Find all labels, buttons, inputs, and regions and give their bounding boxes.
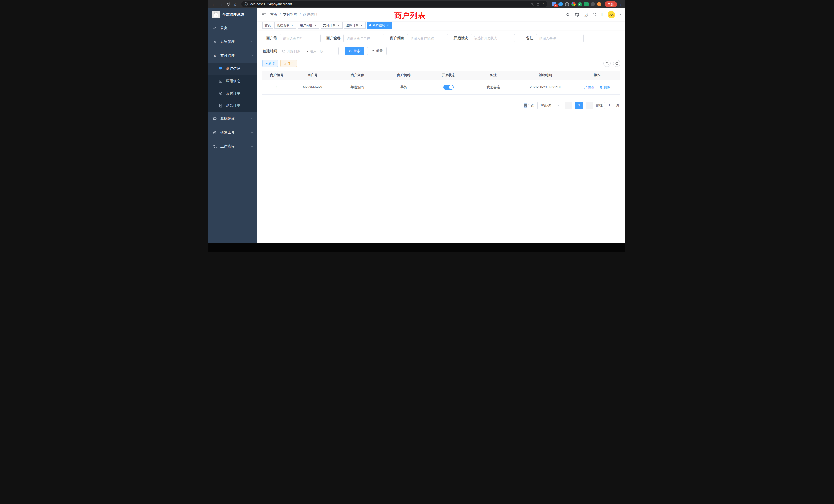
page-number-button[interactable]: 1 xyxy=(575,102,583,109)
extension-icon[interactable] xyxy=(565,2,569,6)
annotation-merchant-list: 商户列表 xyxy=(394,10,426,21)
browser-menu-icon[interactable]: ⋮ xyxy=(618,2,623,6)
remark-input[interactable] xyxy=(536,34,584,42)
merchant-short-name-input[interactable] xyxy=(407,34,448,42)
browser-window: ← → ⌂ i localhost:1024/pay/merchant ☆ 10… xyxy=(208,0,626,252)
table-row: 1 M233666999 芋道源码 芋艿 我是备注 2021-10-23 08:… xyxy=(262,80,620,94)
extension-icon[interactable] xyxy=(571,2,576,6)
extension-icon[interactable] xyxy=(584,2,589,6)
prev-page-button[interactable] xyxy=(565,102,572,109)
next-page-button[interactable] xyxy=(586,102,593,109)
goto-page-input[interactable] xyxy=(604,102,614,109)
start-date-input[interactable] xyxy=(287,49,306,53)
forward-icon[interactable]: → xyxy=(218,1,224,7)
sidebar-item-system[interactable]: 系统管理 xyxy=(208,35,257,49)
sidebar-item-merchant-info[interactable]: 商户信息 xyxy=(208,63,257,75)
payment-submenu: 商户信息 应用信息 支付订单 xyxy=(208,63,257,112)
toggle-knob xyxy=(449,85,453,89)
create-time-range-picker[interactable]: - xyxy=(280,47,339,55)
sidebar-item-home[interactable]: 首页 xyxy=(208,21,257,35)
total-prefix: 共 xyxy=(524,103,527,108)
delete-link-label: 删除 xyxy=(603,85,610,90)
delete-link[interactable]: 删除 xyxy=(599,85,610,90)
user-avatar[interactable] xyxy=(608,11,615,19)
breadcrumb-payment[interactable]: 支付管理 xyxy=(283,12,297,17)
extension-icon[interactable]: 10 xyxy=(552,2,556,6)
reload-icon[interactable] xyxy=(225,1,232,7)
extension-icon[interactable] xyxy=(558,2,563,6)
sidebar-item-label: 商户信息 xyxy=(226,66,254,71)
pagination-total: 共 1 条 xyxy=(524,103,534,108)
extension-icon[interactable]: ✓ xyxy=(578,2,582,6)
sidebar-item-payment[interactable]: ¥ 支付管理 xyxy=(208,49,257,63)
sidebar-item-infrastructure[interactable]: 基础设施 xyxy=(208,112,257,126)
merchant-name-input[interactable] xyxy=(343,34,385,42)
back-icon[interactable]: ← xyxy=(211,1,217,7)
browser-update-button[interactable]: 更新 xyxy=(605,1,617,7)
profile-avatar-icon[interactable] xyxy=(597,2,601,6)
top-navbar: 首页 / 支付管理 / 商户信息 ? xyxy=(257,8,626,21)
export-button[interactable]: 导出 xyxy=(280,60,297,67)
add-button[interactable]: + 新增 xyxy=(262,60,278,67)
tab-user-group[interactable]: 用户分组× xyxy=(298,22,320,29)
site-info-icon[interactable]: i xyxy=(244,2,247,6)
sidebar-toggle-icon[interactable] xyxy=(261,12,266,17)
breadcrumb-home[interactable]: 首页 xyxy=(270,12,277,17)
password-key-icon[interactable] xyxy=(530,2,534,6)
page-size-label: 10条/页 xyxy=(540,103,552,108)
tab-home[interactable]: 首页 xyxy=(262,22,273,29)
chevron-down-icon xyxy=(250,131,254,134)
header-search-icon[interactable] xyxy=(566,13,570,17)
sidebar-item-workflow[interactable]: 工作流程 xyxy=(208,140,257,154)
github-icon[interactable] xyxy=(574,12,579,17)
font-size-icon[interactable]: T xyxy=(600,12,603,18)
breadcrumb-separator: / xyxy=(300,13,301,17)
sidebar-item-pay-order[interactable]: 支付订单 xyxy=(208,87,257,99)
cell-status xyxy=(427,80,470,94)
filter-label-merchant-name: 商户全称 xyxy=(326,36,341,41)
tab-pay-order[interactable]: 支付订单× xyxy=(321,22,343,29)
extension-icon[interactable] xyxy=(591,2,595,6)
filter-label-merchant-no: 商户号 xyxy=(262,36,277,41)
close-tab-icon[interactable]: × xyxy=(290,24,294,27)
status-toggle[interactable] xyxy=(443,85,454,90)
page-size-select[interactable]: 10条/页 xyxy=(537,102,562,109)
bookmark-star-icon[interactable]: ☆ xyxy=(542,2,545,6)
content-area: 商户号 商户全称 商户简称 开启状态 请选择开启状态 xyxy=(257,30,626,243)
navbar-actions: ? T xyxy=(566,11,621,19)
fullscreen-icon[interactable] xyxy=(592,13,596,17)
logo[interactable]: 芋道管理系统 xyxy=(208,8,257,21)
chevron-up-icon xyxy=(250,54,254,57)
home-icon[interactable]: ⌂ xyxy=(232,1,239,7)
refresh-table-button[interactable] xyxy=(613,60,620,67)
edit-link[interactable]: 修改 xyxy=(584,85,595,90)
tab-merchant-info[interactable]: 商户信息× xyxy=(367,22,392,29)
help-icon[interactable]: ? xyxy=(584,13,588,17)
user-menu-caret-icon[interactable] xyxy=(619,14,621,16)
address-bar[interactable]: i localhost:1024/pay/merchant ☆ xyxy=(241,1,547,7)
cube-icon xyxy=(213,131,217,135)
chevron-down-icon xyxy=(250,117,254,120)
merchant-no-input[interactable] xyxy=(280,34,321,42)
sidebar-item-refund-order[interactable]: 退款订单 xyxy=(208,99,257,112)
close-tab-icon[interactable]: × xyxy=(386,24,390,27)
end-date-input[interactable] xyxy=(310,49,328,53)
reset-button[interactable]: 重置 xyxy=(367,47,387,55)
filter-label-status: 开启状态 xyxy=(454,36,468,41)
close-tab-icon[interactable]: × xyxy=(313,24,317,27)
close-tab-icon[interactable]: × xyxy=(337,24,340,27)
status-select[interactable]: 请选择开启状态 xyxy=(471,34,515,42)
sidebar-item-label: 支付管理 xyxy=(220,53,247,58)
url-text[interactable]: localhost:1024/pay/merchant xyxy=(249,2,528,6)
sidebar-item-app-info[interactable]: 应用信息 xyxy=(208,75,257,87)
tab-label: 商户信息 xyxy=(373,23,385,28)
search-button[interactable]: 搜索 xyxy=(345,47,364,55)
sidebar-item-dev-tools[interactable]: 研发工具 xyxy=(208,126,257,140)
share-icon[interactable] xyxy=(536,2,540,6)
column-header: 商户号 xyxy=(291,71,334,80)
tab-process-form[interactable]: 流程表单× xyxy=(275,22,296,29)
sidebar-item-label: 系统管理 xyxy=(220,40,247,44)
close-tab-icon[interactable]: × xyxy=(360,24,363,27)
toggle-search-button[interactable] xyxy=(603,60,611,67)
tab-refund-order[interactable]: 退款订单× xyxy=(344,22,366,29)
